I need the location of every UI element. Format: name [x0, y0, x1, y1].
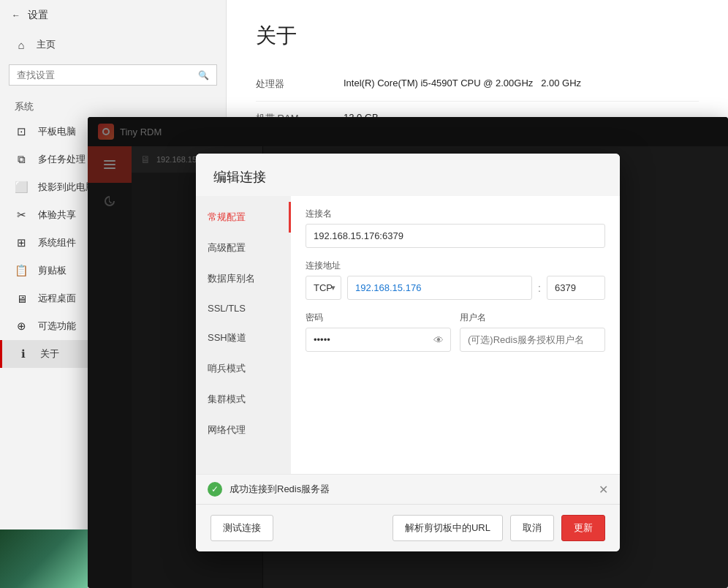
modal-nav-general[interactable]: 常规配置	[196, 202, 291, 233]
address-input[interactable]	[347, 276, 532, 300]
clipboard-icon: 📋	[15, 264, 28, 277]
username-input[interactable]	[460, 328, 605, 352]
form-conn-addr-group: 连接地址 TCP SSL SSH :	[306, 260, 605, 300]
settings-home-nav[interactable]: ⌂ 主页	[0, 31, 226, 59]
settings-title: 设置	[28, 9, 48, 22]
notification-close-btn[interactable]: ✕	[599, 483, 608, 497]
home-label: 主页	[37, 38, 56, 51]
nav-project-label: 投影到此电脑	[38, 181, 95, 194]
edit-connection-modal: 编辑连接 常规配置 高级配置 数据库别名 SSL/TLS	[196, 154, 620, 551]
section-label: 系统	[0, 91, 226, 118]
components-icon: ⊞	[15, 236, 28, 249]
back-icon[interactable]: ←	[12, 10, 20, 20]
trdm-app: Tiny RDM 🖥 192.168.15.176:6379 🔗 ⚙	[88, 117, 728, 588]
colon-separator: :	[538, 282, 541, 294]
modal-footer: 测试连接 解析剪切板中的URL 取消 更新	[196, 504, 620, 551]
protocol-select[interactable]: TCP SSL SSH	[306, 276, 341, 300]
modal-title: 编辑连接	[213, 170, 266, 184]
conn-name-label: 连接名	[306, 208, 605, 220]
taskbar-photo	[0, 529, 88, 588]
modal-nav-proxy[interactable]: 网络代理	[196, 415, 291, 445]
form-password-group: 密码 👁	[306, 312, 451, 352]
password-eye-icon[interactable]: 👁	[433, 334, 444, 346]
password-label: 密码	[306, 312, 451, 324]
cancel-button[interactable]: 取消	[510, 515, 554, 541]
modal-nav-sentinel[interactable]: 哨兵模式	[196, 353, 291, 384]
nav-tablet-label: 平板电脑	[38, 125, 76, 138]
share-icon: ✂	[15, 208, 28, 222]
form-password-username-row: 密码 👁 用户名	[306, 312, 605, 363]
update-button[interactable]: 更新	[561, 515, 605, 541]
optional-icon: ⊕	[15, 320, 28, 333]
nav-optional-label: 可选功能	[38, 320, 76, 333]
remote-icon: 🖥	[15, 292, 28, 305]
nav-remote-label: 远程桌面	[38, 292, 76, 305]
search-icon: 🔍	[198, 70, 209, 80]
conn-addr-label: 连接地址	[306, 260, 605, 272]
modal-nav-advanced[interactable]: 高级配置	[196, 233, 291, 263]
form-conn-name-group: 连接名	[306, 208, 605, 248]
username-label: 用户名	[460, 312, 605, 324]
form-username-group: 用户名	[460, 312, 605, 352]
about-row-cpu: 处理器 Intel(R) Core(TM) i5-4590T CPU @ 2.0…	[256, 67, 699, 102]
parse-url-button[interactable]: 解析剪切板中的URL	[393, 515, 503, 541]
modal-overlay: 编辑连接 常规配置 高级配置 数据库别名 SSL/TLS	[88, 117, 728, 588]
settings-search-box[interactable]: 🔍	[9, 64, 217, 86]
project-icon: ⬜	[15, 181, 28, 194]
nav-components-label: 系统组件	[38, 236, 76, 249]
home-icon: ⌂	[15, 38, 28, 51]
modal-notification: ✓ 成功连接到Redis服务器 ✕	[196, 474, 620, 504]
multitask-icon: ⧉	[15, 153, 28, 166]
about-cpu-value: Intel(R) Core(TM) i5-4590T CPU @ 2.00GHz…	[344, 78, 699, 91]
nav-share-label: 体验共享	[38, 208, 76, 222]
about-icon: ℹ	[17, 347, 30, 361]
modal-nav-db-alias[interactable]: 数据库别名	[196, 263, 291, 294]
modal-nav: 常规配置 高级配置 数据库别名 SSL/TLS SSH隧道	[196, 196, 291, 474]
password-wrapper: 👁	[306, 328, 451, 352]
about-cpu-label: 处理器	[256, 78, 344, 91]
modal-nav-ssl[interactable]: SSL/TLS	[196, 294, 291, 323]
modal-nav-cluster[interactable]: 集群模式	[196, 384, 291, 415]
port-input[interactable]	[547, 276, 605, 300]
nav-about-label: 关于	[40, 347, 59, 361]
search-input[interactable]	[17, 69, 198, 80]
modal-body: 常规配置 高级配置 数据库别名 SSL/TLS SSH隧道	[196, 196, 620, 474]
tablet-icon: ⊡	[15, 125, 28, 138]
modal-form-content: 连接名 连接地址 TCP SSL SSH	[291, 196, 620, 474]
success-icon: ✓	[208, 482, 222, 497]
about-title: 关于	[256, 22, 699, 50]
nav-clipboard-label: 剪贴板	[38, 264, 67, 277]
modal-header: 编辑连接	[196, 154, 620, 196]
test-connection-button[interactable]: 测试连接	[211, 515, 273, 541]
modal-nav-ssh[interactable]: SSH隧道	[196, 323, 291, 353]
settings-header: ← 设置	[0, 0, 226, 31]
nav-multitask-label: 多任务处理	[38, 153, 86, 166]
protocol-select-wrapper: TCP SSL SSH	[306, 276, 341, 300]
notification-text: 成功连接到Redis服务器	[230, 483, 330, 496]
conn-addr-row: TCP SSL SSH :	[306, 276, 605, 300]
conn-name-input[interactable]	[306, 224, 605, 248]
password-input[interactable]	[306, 328, 451, 352]
